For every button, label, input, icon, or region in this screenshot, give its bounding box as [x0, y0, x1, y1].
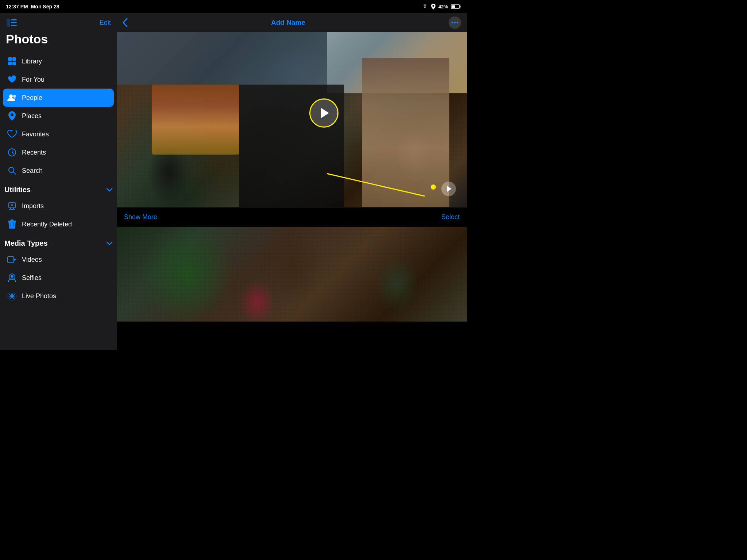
sidebar-item-imports[interactable]: Imports — [3, 197, 114, 215]
svg-rect-6 — [11, 25, 17, 26]
play-icon-small — [447, 186, 452, 192]
sidebar-item-label-people: People — [22, 94, 42, 102]
live-photos-icon — [7, 291, 17, 301]
photo-card-2[interactable] — [117, 227, 467, 322]
sidebar-item-label-imports: Imports — [22, 202, 44, 210]
photo-card-1[interactable] — [117, 32, 467, 207]
corner-dot — [431, 184, 436, 190]
svg-point-27 — [452, 22, 453, 23]
content-area: Add Name — [117, 13, 467, 350]
library-icon — [7, 57, 17, 66]
svg-rect-4 — [11, 19, 17, 20]
sidebar-item-recently-deleted[interactable]: Recently Deleted — [3, 215, 114, 233]
sidebar-item-people[interactable]: People — [3, 89, 114, 107]
location-icon — [431, 4, 436, 9]
action-bar: Show More Select — [117, 207, 467, 227]
svg-rect-10 — [12, 62, 16, 65]
sidebar-item-search[interactable]: Search — [3, 162, 114, 180]
select-button[interactable]: Select — [441, 213, 460, 221]
time-display: 12:37 PM — [6, 4, 28, 9]
sidebar-item-recents[interactable]: Recents — [3, 143, 114, 162]
status-bar: 12:37 PM Mon Sep 28 42% — [0, 0, 467, 13]
svg-rect-20 — [13, 222, 13, 226]
svg-point-24 — [10, 294, 14, 298]
play-icon-large — [321, 108, 329, 118]
sidebar-toggle-button[interactable] — [6, 18, 18, 28]
svg-rect-2 — [452, 5, 455, 8]
svg-rect-3 — [7, 19, 10, 27]
sidebar-item-label-for-you: For You — [22, 76, 44, 83]
status-right: 42% — [422, 4, 461, 9]
people-icon — [7, 93, 17, 102]
play-circle-annotation — [309, 98, 338, 128]
sidebar-item-live-photos[interactable]: Live Photos — [3, 287, 114, 305]
photo-image-2 — [117, 227, 467, 322]
sidebar-item-library[interactable]: Library — [3, 52, 114, 70]
show-more-button[interactable]: Show More — [124, 213, 157, 221]
sidebar-item-for-you[interactable]: For You — [3, 70, 114, 89]
svg-rect-7 — [8, 57, 12, 61]
utilities-section-header[interactable]: Utilities — [0, 180, 117, 197]
sidebar-item-label-selfies: Selfies — [22, 274, 42, 282]
battery-percent: 42% — [438, 4, 448, 9]
selfies-icon — [7, 273, 17, 283]
utilities-section: Imports Recently Deleted — [0, 197, 117, 233]
svg-rect-19 — [11, 222, 11, 226]
media-types-section-header[interactable]: Media Types — [0, 233, 117, 250]
sidebar-item-label-recents: Recents — [22, 149, 46, 156]
sidebar-item-label-places: Places — [22, 112, 42, 120]
svg-rect-9 — [8, 62, 12, 65]
battery-icon — [451, 4, 461, 9]
content-scroll[interactable]: Show More Select — [117, 32, 467, 350]
media-types-chevron-icon — [107, 240, 112, 247]
corner-play-button[interactable] — [441, 182, 456, 196]
sidebar-toggle-icon — [7, 19, 17, 27]
svg-rect-8 — [12, 57, 16, 61]
photo-image-1 — [117, 32, 467, 207]
sidebar-item-places[interactable]: Places — [3, 107, 114, 125]
utilities-chevron-icon — [107, 187, 112, 193]
more-options-button[interactable] — [449, 16, 461, 29]
svg-rect-1 — [460, 6, 461, 8]
svg-rect-16 — [9, 203, 15, 208]
svg-line-15 — [13, 172, 16, 175]
search-icon — [7, 166, 17, 175]
recents-icon — [7, 148, 17, 157]
svg-point-11 — [9, 94, 13, 98]
trash-icon — [7, 219, 17, 229]
date-display: Mon Sep 28 — [31, 4, 59, 9]
svg-point-29 — [457, 22, 458, 23]
top-nav: Add Name — [117, 13, 467, 32]
favorites-icon — [7, 129, 17, 139]
utilities-title: Utilities — [4, 186, 31, 194]
svg-point-12 — [13, 95, 16, 98]
svg-point-28 — [454, 22, 456, 23]
chevron-left-icon — [123, 18, 128, 27]
media-types-section: Videos Selfies — [0, 250, 117, 305]
media-types-title: Media Types — [4, 239, 48, 248]
sidebar-header: Edit — [0, 13, 117, 31]
photo-section-2 — [117, 227, 467, 322]
svg-point-23 — [11, 275, 13, 278]
sidebar: Edit Photos Library — [0, 13, 117, 350]
videos-icon — [7, 255, 17, 264]
more-options-icon — [451, 22, 458, 24]
imports-icon — [7, 201, 17, 211]
sidebar-item-videos[interactable]: Videos — [3, 250, 114, 269]
edit-button[interactable]: Edit — [100, 19, 111, 27]
svg-rect-18 — [11, 219, 13, 221]
sidebar-item-label-search: Search — [22, 167, 43, 175]
sidebar-item-label-recently-deleted: Recently Deleted — [22, 221, 72, 228]
sidebar-item-label-live-photos: Live Photos — [22, 292, 56, 300]
places-icon — [7, 111, 17, 121]
svg-rect-5 — [11, 22, 17, 23]
sidebar-item-label-videos: Videos — [22, 256, 42, 264]
wifi-icon — [422, 4, 428, 9]
back-button[interactable] — [123, 18, 128, 27]
sidebar-item-selfies[interactable]: Selfies — [3, 269, 114, 287]
photos-title: Photos — [0, 31, 117, 52]
for-you-icon — [7, 75, 17, 84]
sidebar-item-favorites[interactable]: Favorites — [3, 125, 114, 143]
sidebar-item-label-favorites: Favorites — [22, 131, 49, 138]
status-left: 12:37 PM Mon Sep 28 — [6, 4, 59, 9]
